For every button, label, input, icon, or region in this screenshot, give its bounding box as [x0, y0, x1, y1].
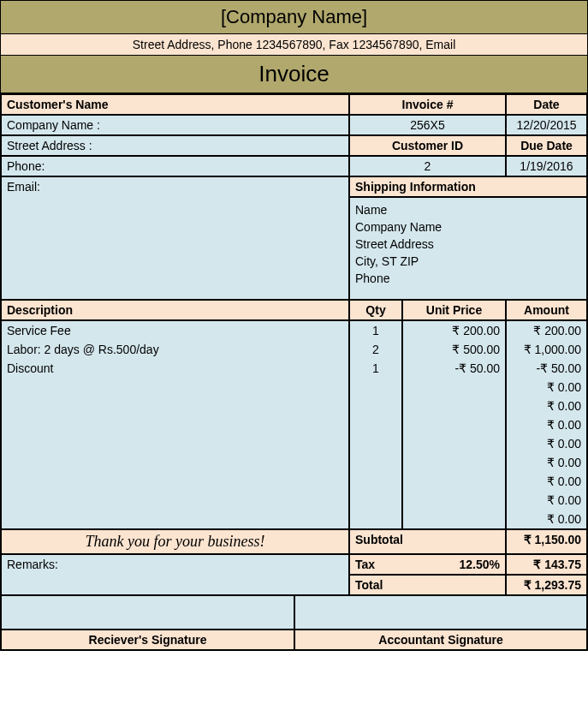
total-label: Total [349, 575, 506, 595]
item-price [402, 434, 506, 453]
tax-rate: 12.50% [460, 558, 500, 571]
company-name: [Company Name] [1, 1, 587, 34]
item-desc [1, 397, 349, 415]
col-qty: Qty [349, 300, 402, 320]
shipping-info-body: Name Company Name Street Address City, S… [349, 197, 587, 300]
item-qty: 2 [349, 340, 402, 359]
item-row: ₹ 0.00 [1, 434, 587, 453]
remarks-area [1, 575, 349, 595]
invoice-title: Invoice [1, 56, 587, 94]
shipping-city: City, ST ZIP [355, 253, 581, 270]
invoice-number-value: 256X5 [349, 115, 506, 135]
col-description: Description [1, 300, 349, 320]
col-price: Unit Price [402, 300, 506, 320]
item-qty: 1 [349, 320, 402, 340]
customer-id-label: Customer ID [349, 135, 506, 156]
remarks-label: Remarks: [1, 554, 349, 575]
item-qty [349, 510, 402, 529]
item-row: ₹ 0.00 [1, 378, 587, 397]
invoice-number-label: Invoice # [349, 94, 506, 115]
item-desc [1, 491, 349, 510]
item-price: ₹ 200.00 [402, 320, 506, 340]
item-price [402, 415, 506, 434]
item-qty [349, 378, 402, 397]
item-qty [349, 491, 402, 510]
item-desc [1, 472, 349, 491]
item-qty [349, 453, 402, 472]
item-desc [1, 415, 349, 434]
receiver-sig-box [1, 595, 294, 630]
due-date-value: 1/19/2016 [506, 156, 587, 176]
shipping-name: Name [355, 201, 581, 218]
item-amount: ₹ 0.00 [506, 491, 587, 510]
item-amount: ₹ 1,000.00 [506, 340, 587, 359]
item-amount: ₹ 0.00 [506, 434, 587, 453]
item-row: ₹ 0.00 [1, 510, 587, 529]
item-amount: ₹ 0.00 [506, 453, 587, 472]
item-price: ₹ 500.00 [402, 340, 506, 359]
item-price [402, 472, 506, 491]
thank-you: Thank you for your business! [1, 529, 349, 554]
item-desc [1, 453, 349, 472]
date-label: Date [506, 94, 587, 115]
company-address: Street Address, Phone 1234567890, Fax 12… [1, 34, 587, 56]
item-row: ₹ 0.00 [1, 472, 587, 491]
item-row: ₹ 0.00 [1, 397, 587, 415]
customer-street-label: Street Address : [1, 135, 349, 156]
shipping-street: Street Address [355, 236, 581, 253]
item-price [402, 453, 506, 472]
item-qty: 1 [349, 359, 402, 378]
tax-label-cell: Tax 12.50% [349, 554, 506, 575]
item-row: ₹ 0.00 [1, 453, 587, 472]
item-amount: ₹ 0.00 [506, 415, 587, 434]
item-amount: ₹ 0.00 [506, 510, 587, 529]
item-row: Service Fee1₹ 200.00₹ 200.00 [1, 320, 587, 340]
item-desc: Service Fee [1, 320, 349, 340]
customer-phone-label: Phone: [1, 156, 349, 176]
date-value: 12/20/2015 [506, 115, 587, 135]
item-qty [349, 434, 402, 453]
item-row: ₹ 0.00 [1, 491, 587, 510]
item-row: ₹ 0.00 [1, 415, 587, 434]
customer-email-area [1, 197, 349, 300]
accountant-sig-box [294, 595, 587, 630]
customer-email-label: Email: [1, 176, 349, 197]
shipping-phone: Phone [355, 270, 581, 287]
item-qty [349, 415, 402, 434]
item-price [402, 510, 506, 529]
col-amount: Amount [506, 300, 587, 320]
shipping-info-label: Shipping Information [349, 176, 587, 197]
item-amount: ₹ 200.00 [506, 320, 587, 340]
item-desc [1, 434, 349, 453]
item-amount: ₹ 0.00 [506, 378, 587, 397]
total-value: ₹ 1,293.75 [506, 575, 587, 595]
tax-value: ₹ 143.75 [506, 554, 587, 575]
item-desc: Labor: 2 days @ Rs.500/day [1, 340, 349, 359]
item-qty [349, 472, 402, 491]
subtotal-value: ₹ 1,150.00 [506, 529, 587, 554]
item-amount: ₹ 0.00 [506, 472, 587, 491]
items-body: Service Fee1₹ 200.00₹ 200.00Labor: 2 day… [1, 320, 587, 529]
receiver-sig-label: Reciever's Signature [1, 630, 294, 650]
item-qty [349, 397, 402, 415]
customer-company-label: Company Name : [1, 115, 349, 135]
item-price [402, 491, 506, 510]
subtotal-label: Subtotal [349, 529, 506, 554]
item-row: Labor: 2 days @ Rs.500/day2₹ 500.00₹ 1,0… [1, 340, 587, 359]
item-amount: -₹ 50.00 [506, 359, 587, 378]
invoice-page: [Company Name] Street Address, Phone 123… [0, 0, 588, 651]
shipping-company: Company Name [355, 218, 581, 236]
accountant-sig-label: Accountant Signature [294, 630, 587, 650]
item-desc [1, 510, 349, 529]
item-price [402, 397, 506, 415]
item-desc: Discount [1, 359, 349, 378]
item-amount: ₹ 0.00 [506, 397, 587, 415]
item-desc [1, 378, 349, 397]
item-price [402, 378, 506, 397]
item-row: Discount1-₹ 50.00-₹ 50.00 [1, 359, 587, 378]
customer-section-label: Customer's Name [1, 94, 349, 115]
tax-label: Tax [355, 558, 375, 571]
due-date-label: Due Date [506, 135, 587, 156]
item-price: -₹ 50.00 [402, 359, 506, 378]
customer-id-value: 2 [349, 156, 506, 176]
